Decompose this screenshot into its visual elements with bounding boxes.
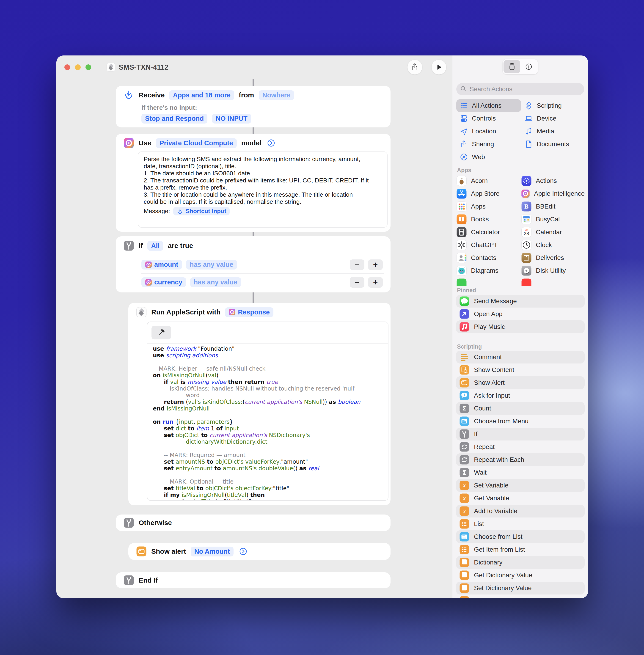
receive-action-card[interactable]: Receive Apps and 18 more from Nowhere If… — [116, 86, 391, 127]
action-item-dictionary[interactable]: Dictionary — [456, 556, 585, 569]
receive-source-pill[interactable]: Nowhere — [259, 90, 294, 100]
variable-icon: x — [459, 481, 469, 490]
pinned-section-header: Pinned — [457, 287, 476, 294]
action-item-repeat-with-each[interactable]: Repeat with Each — [456, 453, 585, 466]
response-pill[interactable]: Response — [225, 307, 273, 317]
expand-chevron-icon[interactable] — [238, 546, 248, 557]
model-pill[interactable]: Private Cloud Compute — [156, 138, 237, 148]
share-button[interactable] — [408, 60, 422, 74]
action-item-show-alert[interactable]: Show Alert — [456, 376, 585, 389]
app-item-contacts[interactable]: Contacts — [456, 251, 521, 264]
app-item-app-store[interactable]: App Store — [456, 187, 521, 200]
info-tab[interactable] — [520, 60, 537, 73]
category-documents[interactable]: Documents — [521, 138, 585, 150]
otherwise-action-card[interactable]: Otherwise — [116, 515, 391, 531]
add-condition-button[interactable]: + — [368, 259, 383, 270]
compile-script-button[interactable] — [152, 326, 171, 340]
app-item-deliveries[interactable]: Deliveries — [521, 251, 585, 264]
action-item-open-app[interactable]: Open App — [456, 308, 585, 320]
no-input-pill[interactable]: NO INPUT — [212, 114, 251, 123]
app-item-apple-intelligence[interactable]: Apple Intelligence — [521, 187, 585, 200]
remove-condition-button[interactable]: − — [350, 259, 364, 270]
action-item-choose-from-menu[interactable]: Choose from Menu — [456, 415, 585, 428]
shortcut-input-pill[interactable]: Shortcut Input — [173, 207, 230, 215]
stop-and-respond-pill[interactable]: Stop and Respond — [141, 114, 207, 123]
app-item-actions[interactable]: Actions — [521, 174, 585, 187]
close-window-button[interactable] — [64, 64, 70, 70]
action-item-wait[interactable]: Wait — [456, 466, 585, 479]
action-item-if[interactable]: If — [456, 428, 585, 441]
action-item-play-music[interactable]: Play Music — [456, 320, 585, 333]
expand-chevron-icon[interactable] — [266, 138, 276, 148]
alert-text-pill[interactable]: No Amount — [191, 546, 233, 557]
condition-variable-pill[interactable]: currency — [141, 277, 186, 287]
app-item-apps[interactable]: Apps — [456, 200, 521, 213]
run-shortcut-button[interactable] — [432, 60, 446, 74]
action-item-comment[interactable]: Comment — [456, 351, 585, 364]
category-sharing[interactable]: Sharing — [456, 138, 521, 150]
end-if-action-card[interactable]: End If — [116, 572, 391, 588]
if-action-icon — [459, 429, 469, 439]
action-item-set-dictionary-value[interactable]: Set Dictionary Value — [456, 582, 585, 594]
sidebar-mode-switcher[interactable] — [503, 59, 538, 74]
app-item-disk-utility[interactable]: Disk Utility — [521, 264, 585, 277]
prompt-text-area[interactable]: Parse the following SMS and extract the … — [138, 151, 388, 228]
category-location[interactable]: Location — [456, 125, 521, 138]
zoom-window-button[interactable] — [86, 64, 91, 70]
category-web[interactable]: Web — [456, 150, 521, 163]
action-item-set-variable[interactable]: xSet Variable — [456, 479, 585, 492]
action-library-tab[interactable] — [504, 60, 520, 73]
if-action-card[interactable]: If All are true amounthas any value−+cur… — [116, 236, 391, 293]
receive-types-pill[interactable]: Apps and 18 more — [169, 90, 234, 100]
applescript-icon — [136, 307, 147, 318]
category-scripting[interactable]: Scripting — [521, 99, 585, 112]
action-item-get-dictionary-value[interactable]: Get Dictionary Value — [456, 569, 585, 582]
applescript-code-editor[interactable]: use framework "Foundation"use scripting … — [147, 322, 388, 501]
action-item-choose-from-list[interactable]: Choose from List — [456, 530, 585, 543]
app-item-clipped[interactable] — [521, 277, 585, 286]
app-item-busycal[interactable]: BusyCal — [521, 213, 585, 226]
category-controls[interactable]: Controls — [456, 112, 521, 125]
action-item-clipped[interactable] — [456, 594, 585, 598]
action-item-repeat[interactable]: Repeat — [456, 441, 585, 453]
action-item-add-to-variable[interactable]: xAdd to Variable — [456, 505, 585, 517]
if-anyall-pill[interactable]: All — [147, 241, 163, 251]
condition-variable-pill[interactable]: amount — [141, 260, 182, 270]
window-controls[interactable] — [64, 64, 91, 70]
action-item-count[interactable]: ΣCount — [456, 402, 585, 415]
applescript-action-card[interactable]: Run AppleScript with Response use framew… — [128, 303, 391, 505]
list-blue-icon — [459, 532, 469, 542]
condition-operator-pill[interactable]: has any value — [186, 260, 237, 270]
category-device[interactable]: Device — [521, 112, 585, 125]
search-field[interactable]: Search Actions — [456, 83, 584, 95]
app-item-clipped[interactable] — [456, 277, 521, 286]
action-item-send-message[interactable]: Send Message — [456, 295, 585, 308]
action-item-get-item-from-list[interactable]: Get Item from List — [456, 543, 585, 556]
window-title: SMS-TXN-4112 — [119, 63, 168, 71]
app-item-bbedit[interactable]: BBBEdit — [521, 200, 585, 213]
remove-condition-button[interactable]: − — [350, 277, 364, 288]
svg-text:Σ: Σ — [462, 405, 466, 412]
show-alert-action-card[interactable]: Show alert No Amount — [128, 543, 391, 560]
app-item-chatgpt[interactable]: ChatGPT — [456, 239, 521, 251]
app-item-books[interactable]: Books — [456, 213, 521, 226]
action-item-show-content[interactable]: Show Content — [456, 364, 585, 376]
use-model-action-card[interactable]: Use Private Cloud Compute model Parse th… — [116, 134, 391, 232]
action-item-list[interactable]: List — [456, 517, 585, 530]
action-item-get-variable[interactable]: xGet Variable — [456, 492, 585, 505]
category-media[interactable]: Media — [521, 125, 585, 138]
variable-icon: x — [459, 506, 469, 516]
app-item-clock[interactable]: Clock — [521, 239, 585, 251]
code-line: return (val's isKindOfClass:(current app… — [153, 399, 386, 405]
condition-operator-pill[interactable]: has any value — [190, 277, 241, 287]
minimize-window-button[interactable] — [75, 64, 81, 70]
connector-line — [253, 232, 254, 236]
app-item-diagrams[interactable]: Diagrams — [456, 264, 521, 277]
app-item-acorn[interactable]: Acorn — [456, 174, 521, 187]
action-item-ask-for-input[interactable]: Ask for Input — [456, 389, 585, 402]
add-condition-button[interactable]: + — [368, 277, 383, 288]
code-line: dictionaryWithDictionary:dict — [153, 439, 386, 445]
category-all-actions[interactable]: All Actions — [456, 99, 521, 112]
app-item-calculator[interactable]: Calculator — [456, 226, 521, 239]
app-item-calendar[interactable]: Sat28Calendar — [521, 226, 585, 239]
